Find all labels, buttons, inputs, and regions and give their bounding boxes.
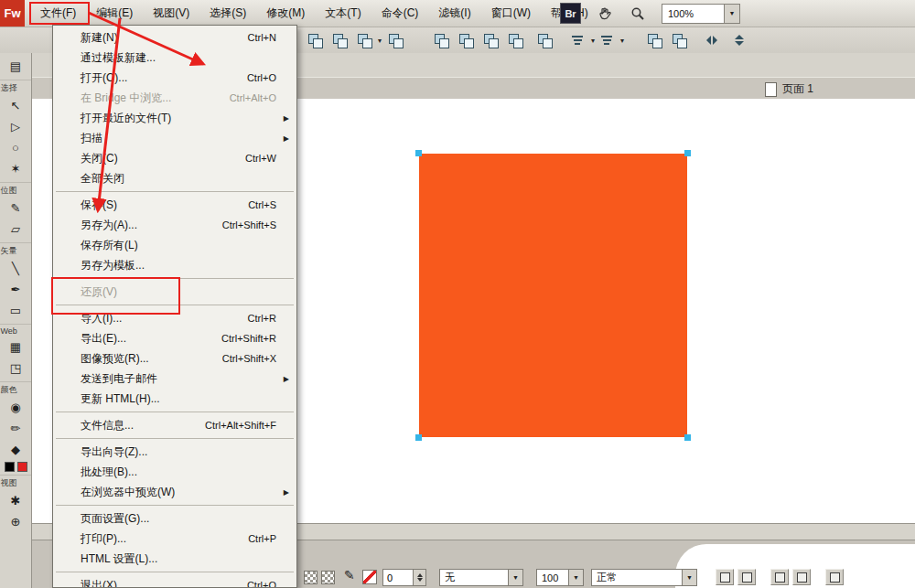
file-menu-item[interactable]: 导出向导(Z)... <box>53 442 296 462</box>
pen-tool[interactable]: ✒ <box>4 279 27 300</box>
page-prev-button[interactable] <box>737 569 756 585</box>
menubar-item[interactable]: 修改(M) <box>256 0 315 27</box>
file-menu-item[interactable]: 文件信息...Ctrl+Alt+Shift+F <box>53 415 296 435</box>
menubar-item[interactable]: 窗口(W) <box>481 0 541 27</box>
menubar-item[interactable]: 视图(V) <box>143 0 199 27</box>
eyedropper-tool[interactable]: ◉ <box>4 397 27 418</box>
flip-horizontal-button[interactable] <box>702 30 722 50</box>
page-next-button[interactable] <box>770 569 789 585</box>
texture-icon[interactable] <box>304 571 318 584</box>
page-first-button[interactable] <box>716 569 734 585</box>
file-menu-item[interactable]: 导入(I)...Ctrl+R <box>53 308 296 328</box>
menubar-item[interactable]: 滤镜(I) <box>428 0 480 27</box>
file-menu-item[interactable]: 全部关闭 <box>53 168 296 188</box>
distribute-button[interactable]: ▾ <box>597 30 617 50</box>
file-menu-item[interactable]: 图像预览(R)...Ctrl+Shift+X <box>53 348 296 369</box>
file-menu-item[interactable]: 更新 HTML(H)... <box>53 389 296 409</box>
bring-to-front-button[interactable] <box>480 30 501 50</box>
file-menu-item[interactable]: 扫描▶ <box>53 128 296 148</box>
library-panel-icon[interactable]: ▾ <box>354 30 374 50</box>
pointer-tool[interactable]: ↖ <box>4 95 27 116</box>
selection-handle[interactable] <box>684 150 691 156</box>
import-symbol-icon[interactable] <box>385 30 405 50</box>
file-menu-item[interactable]: 打开(O)...Ctrl+O <box>53 68 296 88</box>
zoom-level-select[interactable]: 100% ▼ <box>662 4 740 24</box>
align-button[interactable]: ▾ <box>567 30 587 50</box>
stroke-category-value: 无 <box>440 571 508 584</box>
file-menu-item[interactable]: 另存为模板... <box>53 255 296 275</box>
page-last-button[interactable] <box>792 569 811 585</box>
stroke-size-stepper[interactable] <box>413 570 425 585</box>
file-menu-item[interactable]: 退出(X)Ctrl+Q <box>53 575 296 588</box>
opacity-field[interactable]: 100 ▼ <box>536 569 584 586</box>
menubar-item[interactable]: 选择(S) <box>199 0 256 27</box>
file-menu-item[interactable]: 关闭(C)Ctrl+W <box>53 148 296 168</box>
subselection-tool[interactable]: ▷ <box>4 116 27 137</box>
document-icon[interactable]: ▤ <box>4 56 27 77</box>
group-button[interactable] <box>431 30 451 50</box>
stroke-category-select[interactable]: 无 ▼ <box>439 569 523 586</box>
stroke-color-swatch[interactable] <box>5 462 15 472</box>
file-menu-item[interactable]: 在浏览器中预览(W)▶ <box>53 482 296 502</box>
file-menu-item[interactable]: 保存(S)Ctrl+S <box>53 195 296 215</box>
bring-forward-button[interactable] <box>534 30 554 50</box>
hand-tool-icon[interactable] <box>596 5 614 23</box>
selection-handle[interactable] <box>415 434 422 441</box>
file-menu-item[interactable]: 通过模板新建... <box>53 48 296 68</box>
magnifier-icon[interactable] <box>629 5 647 23</box>
opacity-value: 100 <box>537 572 568 583</box>
menubar-item[interactable]: 命令(C) <box>371 0 429 27</box>
states-panel-icon[interactable] <box>329 30 350 50</box>
zoom-tool[interactable]: ⊕ <box>4 511 27 532</box>
pages-panel-icon[interactable] <box>305 30 325 50</box>
slice-tool[interactable]: ▦ <box>4 337 27 358</box>
menubar-item[interactable]: 文本(T) <box>315 0 371 27</box>
rotate-cw-button[interactable] <box>644 30 664 50</box>
rectangle-tool[interactable]: ▭ <box>4 300 27 321</box>
send-to-back-button[interactable] <box>505 30 525 50</box>
selection-handle[interactable] <box>684 434 691 441</box>
bridge-button[interactable]: Br <box>560 3 581 24</box>
selected-rectangle[interactable] <box>419 154 687 437</box>
ungroup-button[interactable] <box>456 30 476 50</box>
stroke-size-input[interactable] <box>383 572 411 583</box>
eraser-tool[interactable]: ▱ <box>4 219 27 240</box>
brush-tool[interactable]: ✎ <box>4 198 27 219</box>
file-menu-item[interactable]: 另存为(A)...Ctrl+Shift+S <box>53 215 296 235</box>
menu-separator <box>56 305 294 305</box>
line-tool[interactable]: ╲ <box>4 258 27 279</box>
page-indicator[interactable]: 页面 1 <box>765 81 813 97</box>
paint-bucket-tool[interactable]: ◆ <box>4 439 27 460</box>
chevron-down-icon: ▼ <box>568 570 583 585</box>
hotspot-tool[interactable]: ◳ <box>4 358 27 379</box>
app-logo: Fw <box>0 0 25 27</box>
file-menu-item[interactable]: 打印(P)...Ctrl+P <box>53 529 296 549</box>
file-menu-item[interactable]: 页面设置(G)... <box>53 508 296 529</box>
flip-vertical-button[interactable] <box>729 30 749 50</box>
fill-color-swatch[interactable] <box>17 462 27 472</box>
stroke-color-well[interactable] <box>362 570 377 584</box>
file-menu-item[interactable]: 新建(N)Ctrl+N <box>53 27 296 48</box>
blend-mode-select[interactable]: 正常 ▼ <box>591 569 697 586</box>
file-menu-item[interactable]: 批处理(B)... <box>53 462 296 482</box>
selection-handle[interactable] <box>415 150 422 156</box>
tools-section-label: Web <box>0 324 32 337</box>
hand-tool[interactable]: ✱ <box>4 490 27 511</box>
file-menu-item[interactable]: 导出(E)...Ctrl+Shift+R <box>53 328 296 348</box>
submenu-arrow-icon: ▶ <box>284 375 289 383</box>
menu-separator <box>56 572 294 572</box>
menubar-item[interactable]: 文件(F) <box>30 0 86 27</box>
file-menu-item[interactable]: HTML 设置(L)... <box>53 549 296 569</box>
pencil-tool[interactable]: ✏ <box>4 418 27 439</box>
file-menu-item[interactable]: 保存所有(L) <box>53 235 296 255</box>
magic-wand-tool[interactable]: ✶ <box>4 158 27 179</box>
lasso-tool[interactable]: ○ <box>4 137 27 158</box>
menubar-item[interactable]: 编辑(E) <box>86 0 143 27</box>
file-menu-item[interactable]: 打开最近的文件(T)▶ <box>53 108 296 128</box>
panel-options-button[interactable] <box>825 569 844 585</box>
file-menu-item[interactable]: 发送到电子邮件▶ <box>53 369 296 389</box>
transparency-icon[interactable] <box>321 571 335 584</box>
rotate-ccw-button[interactable] <box>669 30 689 50</box>
menu-bar: Fw 文件(F)编辑(E)视图(V)选择(S)修改(M)文本(T)命令(C)滤镜… <box>0 0 915 27</box>
pencil-icon[interactable]: ✎ <box>344 568 355 583</box>
